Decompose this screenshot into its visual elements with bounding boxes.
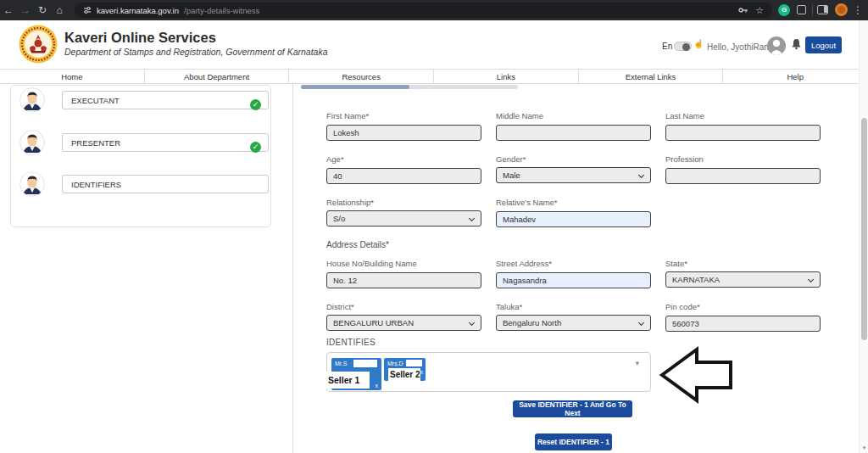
street-address-input[interactable] — [496, 272, 651, 288]
gender-select[interactable]: Male — [496, 167, 651, 183]
completed-check-icon: ✓ — [250, 99, 261, 110]
relatives-name-input[interactable] — [496, 211, 651, 227]
home-icon[interactable]: ⌂ — [51, 0, 68, 20]
middle-name-label: Middle Name — [496, 111, 651, 120]
identifies-heading: IDENTIFIES — [326, 338, 376, 347]
dropdown-caret-icon[interactable]: ▾ — [635, 359, 639, 367]
age-input[interactable] — [326, 168, 481, 184]
user-avatar[interactable] — [767, 36, 786, 55]
extension-box-icon[interactable] — [797, 5, 806, 14]
sidebar-item-label-box[interactable]: PRESENTER✓ — [62, 133, 269, 152]
site-title: Kaveri Online Services — [64, 30, 216, 46]
back-icon[interactable]: ← — [0, 0, 17, 20]
url-path: /party-details-witness — [184, 6, 259, 15]
save-identifier-button[interactable]: Save IDENTIFIER - 1 And Go To Next — [513, 400, 632, 417]
site-settings-icon[interactable] — [83, 6, 92, 14]
first-name-label: First Name* — [326, 111, 481, 120]
taluka-select[interactable]: Bengaluru North — [496, 315, 651, 331]
tab-links[interactable]: Links — [433, 69, 579, 84]
logout-button[interactable]: Logout — [805, 36, 842, 53]
identifier-chip-1[interactable]: Mr.S x Seller 1 — [331, 358, 381, 390]
tab-resources[interactable]: Resources — [288, 69, 434, 84]
annotation-overlay-seller1: Seller 1 — [326, 372, 370, 389]
sidebar-item-label: PRESENTER — [71, 138, 120, 148]
address-details-heading: Address Details* — [326, 240, 389, 249]
tab-external-links[interactable]: External Links — [578, 69, 724, 84]
taluka-label: Taluka* — [496, 302, 651, 311]
password-key-icon[interactable] — [738, 6, 748, 14]
toolbar-divider — [812, 4, 813, 16]
sidebar-item-identifiers[interactable]: IDENTIFIERS — [11, 171, 272, 197]
relationship-label: Relationship* — [326, 198, 481, 207]
page: ← → ↻ ⌂ kaveri.karnataka.gov.in/party-de… — [0, 0, 868, 453]
gender-label: Gender* — [496, 154, 651, 164]
district-value: BENGALURU URBAN — [333, 318, 414, 327]
profession-label: Profession — [665, 154, 821, 164]
content-divider — [292, 84, 293, 453]
reload-icon[interactable]: ↻ — [34, 0, 51, 20]
page-scrollbar[interactable]: ▾ — [859, 20, 868, 453]
language-label: En — [662, 42, 672, 51]
sidebar-item-presenter[interactable]: PRESENTER✓ — [11, 130, 272, 155]
first-name-input[interactable] — [326, 125, 481, 141]
chevron-down-icon — [808, 277, 814, 282]
district-label: District* — [326, 302, 481, 311]
party-avatar-icon — [19, 171, 45, 197]
chevron-down-icon — [469, 215, 475, 221]
language-toggle[interactable] — [674, 42, 692, 51]
content-hscrollbar-thumb[interactable] — [301, 85, 409, 89]
state-select[interactable]: KARNATAKA — [665, 271, 821, 288]
browser-profile-avatar[interactable] — [835, 3, 848, 16]
last-name-label: Last Name — [665, 111, 821, 120]
tab-about-department[interactable]: About Department — [144, 69, 290, 84]
relationship-select[interactable]: S/o — [326, 210, 481, 226]
annotation-overlay-seller2: Seller 2 — [388, 368, 420, 381]
state-label: State* — [665, 259, 821, 268]
chip-remove-icon[interactable]: x — [420, 369, 424, 375]
sidebar-item-label-box[interactable]: EXECUTANT✓ — [62, 91, 269, 109]
middle-name-input[interactable] — [496, 125, 651, 141]
forward-icon[interactable]: → — [17, 0, 34, 20]
address-bar[interactable]: kaveri.karnataka.gov.in/party-details-wi… — [75, 3, 772, 18]
tab-help[interactable]: Help — [722, 69, 868, 84]
identifies-multiselect[interactable]: Mr.S x Seller 1 Mrs.D x Seller 2 ▾ — [326, 352, 651, 392]
redaction-box — [353, 360, 377, 367]
chip-name-text: Mrs.D — [387, 361, 403, 366]
house-no-input[interactable] — [326, 272, 481, 288]
chevron-down-icon — [469, 320, 475, 326]
chip-remove-icon[interactable]: x — [376, 383, 379, 389]
sidebar-item-label-box[interactable]: IDENTIFIERS — [62, 175, 269, 193]
completed-check-icon: ✓ — [250, 142, 261, 153]
chevron-down-icon — [638, 320, 644, 326]
identifier-chip-2[interactable]: Mrs.D x Seller 2 — [384, 358, 426, 381]
page-scrollbar-thumb[interactable] — [861, 118, 867, 340]
sign-language-icon[interactable]: ☝ — [693, 39, 704, 48]
person-icon — [767, 36, 786, 55]
sidebar-item-executant[interactable]: EXECUTANT✓ — [11, 87, 272, 113]
scroll-down-arrow-icon[interactable]: ▾ — [860, 445, 868, 451]
notification-bell-icon[interactable] — [791, 38, 802, 53]
reset-identifier-button[interactable]: Reset IDENTIFIER - 1 — [535, 433, 612, 450]
main-nav: Home About Department Resources Links Ex… — [0, 69, 868, 84]
browser-menu-icon[interactable]: ⋮ — [853, 0, 863, 20]
sidebar-item-label: IDENTIFIERS — [71, 180, 121, 189]
profession-input[interactable] — [665, 168, 821, 184]
bookmark-star-icon[interactable]: ☆ — [755, 5, 764, 16]
site-subtitle: Department of Stamps and Registration, G… — [64, 47, 328, 57]
relatives-name-label: Relative's Name* — [496, 198, 651, 207]
party-sidebar: EXECUTANT✓ PRESENTER✓ — [10, 85, 271, 227]
party-avatar-icon — [19, 130, 45, 155]
pincode-label: Pin code* — [665, 302, 821, 311]
side-panel-icon[interactable] — [817, 5, 828, 14]
pincode-input[interactable] — [665, 316, 821, 332]
last-name-input[interactable] — [665, 125, 821, 141]
toggle-knob — [682, 43, 690, 51]
sidebar-item-label: EXECUTANT — [71, 96, 120, 105]
grammarly-extension-icon[interactable]: G — [778, 4, 790, 16]
state-value: KARNATAKA — [672, 275, 720, 284]
party-avatar-icon — [19, 87, 45, 113]
tab-home[interactable]: Home — [0, 69, 145, 84]
url-domain: kaveri.karnataka.gov.in — [97, 6, 179, 15]
chip-name-text: Mr.S — [335, 361, 347, 366]
district-select[interactable]: BENGALURU URBAN — [326, 315, 481, 331]
